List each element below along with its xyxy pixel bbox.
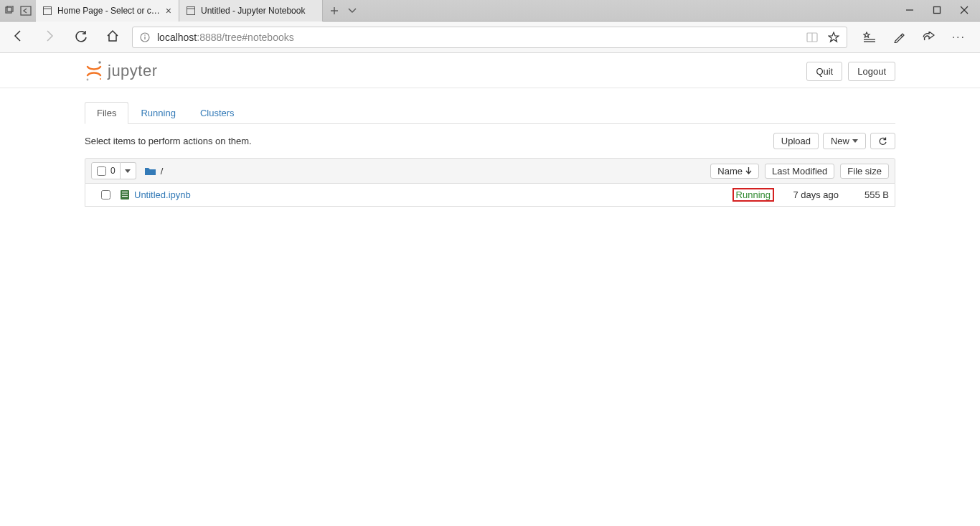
tab-label: Untitled - Jupyter Notebook bbox=[201, 6, 315, 16]
jupyter-header: jupyter Quit Logout bbox=[85, 53, 895, 88]
maximize-icon[interactable] bbox=[933, 5, 941, 17]
browser-tabs: Home Page - Select or create a notebook … bbox=[36, 0, 364, 22]
running-badge: Running bbox=[732, 188, 774, 202]
tab-running[interactable]: Running bbox=[128, 102, 187, 124]
svg-rect-3 bbox=[44, 6, 52, 14]
window-controls bbox=[894, 5, 980, 17]
svg-rect-27 bbox=[122, 196, 128, 197]
svg-point-21 bbox=[87, 79, 89, 81]
page-icon bbox=[187, 6, 195, 15]
browser-titlebar: Home Page - Select or create a notebook … bbox=[0, 0, 980, 22]
svg-rect-24 bbox=[121, 190, 129, 199]
select-all-dropdown[interactable] bbox=[121, 162, 136, 179]
arrow-down-icon bbox=[745, 167, 752, 174]
favorite-star-icon[interactable] bbox=[828, 32, 839, 43]
browser-tab-home[interactable]: Home Page - Select or create a notebook … bbox=[36, 0, 179, 22]
minimize-icon[interactable] bbox=[905, 5, 914, 17]
svg-rect-0 bbox=[6, 7, 11, 13]
select-all-box: 0 bbox=[91, 162, 121, 179]
home-icon[interactable] bbox=[100, 29, 125, 45]
jupyter-logo-icon bbox=[85, 60, 103, 82]
upload-button[interactable]: Upload bbox=[773, 133, 819, 149]
tab-label: Home Page - Select or create a notebook bbox=[57, 6, 160, 16]
svg-rect-26 bbox=[122, 194, 128, 194]
svg-rect-5 bbox=[187, 6, 195, 14]
select-all-checkbox[interactable] bbox=[97, 166, 106, 176]
item-date: 7 days ago bbox=[774, 189, 839, 200]
caret-down-icon bbox=[852, 139, 858, 143]
item-checkbox[interactable] bbox=[101, 190, 110, 199]
browser-navbar: localhost:8888/tree#notebooks ··· bbox=[0, 22, 980, 53]
sort-name-button[interactable]: Name bbox=[710, 164, 759, 179]
item-size: 555 B bbox=[839, 189, 889, 200]
reading-view-icon[interactable] bbox=[806, 32, 818, 42]
close-window-icon[interactable] bbox=[960, 5, 969, 17]
svg-rect-10 bbox=[934, 6, 941, 13]
svg-rect-2 bbox=[21, 6, 31, 15]
list-item: Untitled.ipynb Running 7 days ago 555 B bbox=[85, 184, 895, 207]
action-row: Select items to perform actions on them.… bbox=[85, 124, 895, 158]
svg-point-22 bbox=[100, 78, 101, 80]
url-text: localhost:8888/tree#notebooks bbox=[157, 32, 799, 43]
header-divider bbox=[0, 88, 980, 88]
titlebar-system-icons bbox=[0, 6, 36, 16]
sort-file-size-button[interactable]: File size bbox=[840, 164, 889, 179]
tab-files[interactable]: Files bbox=[85, 102, 128, 124]
navbar-right-icons: ··· bbox=[854, 31, 974, 44]
refresh-icon[interactable] bbox=[69, 29, 93, 45]
address-bar[interactable]: localhost:8888/tree#notebooks bbox=[132, 27, 847, 48]
dashboard-tabs: Files Running Clusters bbox=[85, 101, 895, 124]
new-button[interactable]: New bbox=[823, 133, 866, 149]
back-icon[interactable] bbox=[6, 29, 30, 45]
browser-tab-notebook[interactable]: Untitled - Jupyter Notebook bbox=[179, 0, 323, 22]
quit-button[interactable]: Quit bbox=[806, 62, 842, 81]
select-hint: Select items to perform actions on them. bbox=[85, 136, 252, 146]
sort-last-modified-button[interactable]: Last Modified bbox=[765, 164, 834, 179]
new-tab-controls bbox=[323, 0, 364, 22]
logout-button[interactable]: Logout bbox=[848, 62, 895, 81]
svg-point-20 bbox=[98, 61, 101, 64]
breadcrumb-slash: / bbox=[161, 166, 164, 177]
item-name-link[interactable]: Untitled.ipynb bbox=[134, 189, 191, 200]
svg-rect-1 bbox=[7, 6, 13, 11]
tab-aside-icon[interactable] bbox=[20, 6, 32, 16]
refresh-button[interactable] bbox=[870, 133, 895, 149]
tab-clusters[interactable]: Clusters bbox=[188, 102, 247, 124]
jupyter-logo[interactable]: jupyter bbox=[85, 60, 158, 82]
info-icon[interactable] bbox=[140, 32, 150, 42]
jupyter-brand-text: jupyter bbox=[108, 62, 158, 80]
plus-icon[interactable] bbox=[330, 6, 339, 15]
favorites-list-icon[interactable] bbox=[863, 32, 876, 43]
svg-rect-25 bbox=[122, 192, 128, 192]
app-restore-icon[interactable] bbox=[4, 6, 14, 16]
folder-icon bbox=[145, 166, 156, 176]
page-icon bbox=[43, 6, 52, 15]
refresh-icon bbox=[878, 136, 887, 146]
close-icon[interactable]: × bbox=[166, 5, 171, 17]
notes-icon[interactable] bbox=[893, 32, 905, 43]
more-icon[interactable]: ··· bbox=[952, 31, 966, 44]
chevron-down-icon[interactable] bbox=[347, 7, 357, 14]
forward-icon[interactable] bbox=[37, 29, 62, 45]
selected-count: 0 bbox=[110, 166, 120, 176]
share-icon[interactable] bbox=[922, 32, 935, 43]
file-list-header: 0 / Name Last Modified File size bbox=[85, 158, 895, 184]
breadcrumb-root[interactable]: / bbox=[145, 166, 164, 177]
svg-point-14 bbox=[144, 34, 146, 36]
notebook-icon bbox=[120, 189, 130, 200]
